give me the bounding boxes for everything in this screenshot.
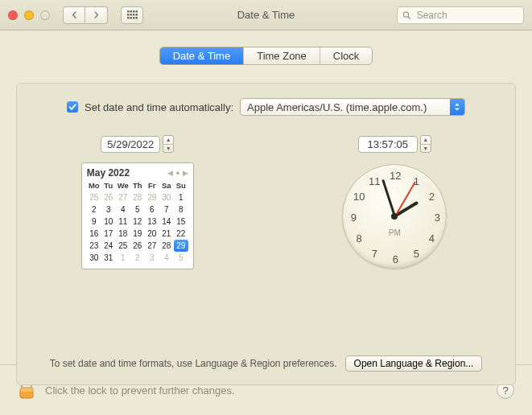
calendar-day[interactable]: 4 bbox=[116, 203, 130, 216]
calendar-day[interactable]: 24 bbox=[101, 240, 116, 252]
calendar-today-button[interactable]: ● bbox=[175, 169, 179, 177]
auto-set-label: Set date and time automatically: bbox=[85, 101, 233, 113]
minute-hand bbox=[381, 179, 396, 217]
calendar-day[interactable]: 8 bbox=[174, 203, 188, 216]
chevron-right-icon bbox=[93, 11, 100, 18]
minimize-window-button[interactable] bbox=[24, 10, 34, 20]
back-button[interactable] bbox=[63, 6, 85, 24]
calendar-day[interactable]: 5 bbox=[130, 203, 145, 216]
apps-grid-icon bbox=[127, 10, 138, 19]
calendar-day[interactable]: 3 bbox=[101, 203, 116, 216]
calendar-day[interactable]: 18 bbox=[116, 228, 130, 240]
time-field[interactable]: 13:57:05 bbox=[358, 136, 418, 153]
calendar-day[interactable]: 26 bbox=[101, 191, 116, 203]
calendar-day[interactable]: 22 bbox=[174, 228, 188, 240]
calendar-day[interactable]: 4 bbox=[159, 252, 174, 264]
calendar-dow: Mo bbox=[87, 181, 101, 191]
svg-rect-7 bbox=[135, 14, 138, 16]
clock-numeral: 9 bbox=[345, 212, 361, 224]
clock-numeral: 6 bbox=[387, 253, 403, 265]
lock-hint-text: Click the lock to prevent further change… bbox=[45, 384, 235, 397]
time-step-down[interactable]: ▼ bbox=[421, 145, 431, 153]
calendar-day[interactable]: 1 bbox=[174, 191, 188, 203]
calendar-day[interactable]: 26 bbox=[130, 240, 145, 252]
calendar-day[interactable]: 31 bbox=[101, 252, 116, 264]
svg-line-13 bbox=[408, 16, 410, 18]
time-step-up[interactable]: ▲ bbox=[421, 136, 431, 145]
time-server-select[interactable]: Apple Americas/U.S. (time.apple.com.) bbox=[240, 98, 465, 116]
calendar-day[interactable]: 25 bbox=[87, 191, 101, 203]
forward-button[interactable] bbox=[85, 6, 108, 24]
calendar-day[interactable]: 11 bbox=[116, 216, 130, 228]
calendar[interactable]: May 2022 ◀ ● ▶ MoTuWeThFrSaSu25262728293… bbox=[81, 162, 194, 269]
svg-rect-2 bbox=[133, 10, 135, 13]
calendar-day[interactable]: 28 bbox=[159, 240, 174, 252]
calendar-day[interactable]: 16 bbox=[87, 228, 101, 240]
calendar-prev-button[interactable]: ◀ bbox=[167, 169, 173, 177]
tab-time-zone[interactable]: Time Zone bbox=[243, 47, 320, 64]
svg-rect-3 bbox=[135, 10, 138, 13]
search-input[interactable] bbox=[415, 9, 518, 22]
clock-numeral: 2 bbox=[423, 191, 439, 203]
search-icon bbox=[402, 10, 411, 20]
calendar-day[interactable]: 6 bbox=[145, 203, 159, 216]
calendar-day[interactable]: 25 bbox=[116, 240, 130, 252]
calendar-day[interactable]: 2 bbox=[87, 203, 101, 216]
calendar-day[interactable]: 20 bbox=[145, 228, 159, 240]
date-field[interactable]: 5/29/2022 bbox=[101, 136, 160, 153]
svg-rect-4 bbox=[127, 14, 130, 16]
calendar-day[interactable]: 21 bbox=[159, 228, 174, 240]
svg-rect-8 bbox=[127, 17, 130, 19]
date-stepper[interactable]: ▲ ▼ bbox=[163, 135, 174, 153]
svg-rect-15 bbox=[20, 388, 33, 392]
date-step-up[interactable]: ▲ bbox=[163, 136, 173, 145]
calendar-day[interactable]: 27 bbox=[145, 240, 159, 252]
clock-numeral: 4 bbox=[423, 232, 439, 244]
calendar-day[interactable]: 1 bbox=[116, 252, 130, 264]
clock-numeral: 3 bbox=[429, 212, 445, 224]
calendar-day[interactable]: 12 bbox=[130, 216, 145, 228]
titlebar: Date & Time bbox=[0, 0, 532, 31]
tab-date-time[interactable]: Date & Time bbox=[160, 47, 244, 64]
time-stepper[interactable]: ▲ ▼ bbox=[420, 135, 431, 153]
calendar-dow: We bbox=[116, 181, 130, 191]
calendar-dow: Tu bbox=[101, 181, 116, 191]
calendar-day[interactable]: 17 bbox=[101, 228, 116, 240]
open-language-region-button[interactable]: Open Language & Region... bbox=[345, 355, 483, 372]
date-step-down[interactable]: ▼ bbox=[163, 145, 173, 153]
auto-set-row: Set date and time automatically: Apple A… bbox=[33, 98, 499, 116]
zoom-window-button bbox=[40, 10, 50, 20]
calendar-day[interactable]: 13 bbox=[145, 216, 159, 228]
calendar-month-year: May 2022 bbox=[87, 167, 130, 179]
calendar-day[interactable]: 9 bbox=[87, 216, 101, 228]
calendar-day[interactable]: 10 bbox=[101, 216, 116, 228]
calendar-day[interactable]: 14 bbox=[159, 216, 174, 228]
clock-numeral: 10 bbox=[351, 191, 367, 203]
calendar-day[interactable]: 19 bbox=[130, 228, 145, 240]
calendar-day[interactable]: 27 bbox=[116, 191, 130, 203]
clock-numeral: 5 bbox=[408, 248, 424, 260]
calendar-day[interactable]: 29 bbox=[174, 240, 188, 252]
calendar-day[interactable]: 2 bbox=[130, 252, 145, 264]
auto-set-checkbox[interactable] bbox=[67, 101, 78, 113]
tab-bar: Date & TimeTime ZoneClock bbox=[8, 47, 524, 65]
window-controls bbox=[8, 10, 50, 20]
calendar-day[interactable]: 29 bbox=[145, 191, 159, 203]
svg-rect-10 bbox=[133, 17, 135, 19]
tab-clock[interactable]: Clock bbox=[320, 47, 373, 64]
calendar-next-button[interactable]: ▶ bbox=[183, 169, 188, 177]
calendar-day[interactable]: 15 bbox=[174, 216, 188, 228]
date-field-row: 5/29/2022 ▲ ▼ bbox=[101, 135, 174, 153]
show-all-button[interactable] bbox=[121, 6, 143, 24]
analog-clock: PM 121234567891011 bbox=[342, 164, 447, 269]
calendar-day[interactable]: 23 bbox=[87, 240, 101, 252]
calendar-day[interactable]: 30 bbox=[159, 191, 174, 203]
chevron-left-icon bbox=[71, 11, 78, 18]
calendar-day[interactable]: 3 bbox=[145, 252, 159, 264]
calendar-day[interactable]: 28 bbox=[130, 191, 145, 203]
search-field[interactable] bbox=[397, 6, 524, 24]
calendar-day[interactable]: 30 bbox=[87, 252, 101, 264]
close-window-button[interactable] bbox=[8, 10, 18, 20]
calendar-day[interactable]: 5 bbox=[174, 252, 188, 264]
calendar-day[interactable]: 7 bbox=[159, 203, 174, 216]
